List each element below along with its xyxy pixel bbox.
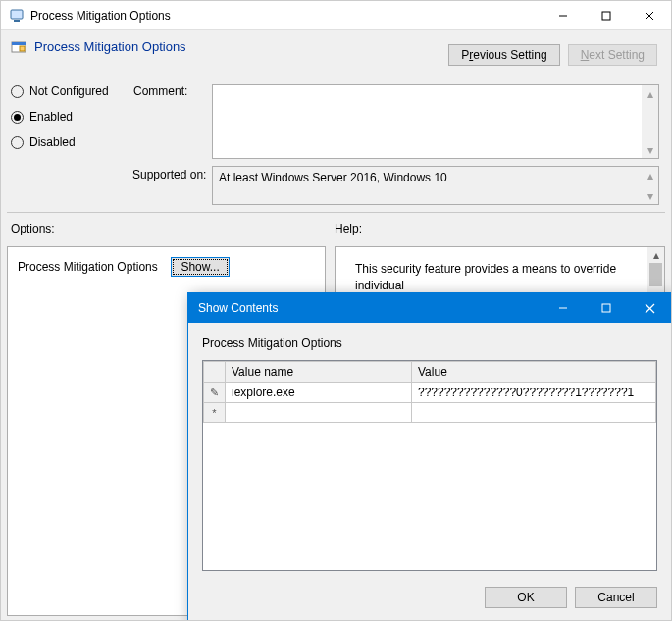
radio-label: Disabled xyxy=(29,135,76,149)
cell-value[interactable]: ???????????????0????????1???????1 xyxy=(412,383,656,403)
help-label: Help: xyxy=(335,222,362,235)
radio-disabled[interactable]: Disabled xyxy=(11,135,109,149)
supported-scrollbar: ▴ ▾ xyxy=(642,167,658,204)
comment-scrollbar[interactable]: ▴ ▾ xyxy=(642,85,658,158)
dialog-maximize-button[interactable] xyxy=(585,293,628,323)
dialog-subtitle: Process Mitigation Options xyxy=(202,336,657,350)
show-button[interactable]: Show... xyxy=(171,257,230,277)
supported-on-text: At least Windows Server 2016, Windows 10 xyxy=(213,167,642,204)
policy-icon xyxy=(11,38,26,54)
window-titlebar: Process Mitigation Options xyxy=(1,1,671,30)
radio-label: Enabled xyxy=(29,110,73,124)
row-marker: ✎ xyxy=(204,383,226,403)
grid-corner xyxy=(204,362,226,383)
svg-rect-1 xyxy=(14,20,20,22)
divider xyxy=(7,212,665,213)
maximize-button[interactable] xyxy=(585,1,628,29)
ok-button[interactable]: OK xyxy=(485,587,567,608)
svg-rect-0 xyxy=(11,10,23,19)
radio-icon xyxy=(11,85,24,98)
next-setting-button[interactable]: Next Setting xyxy=(568,44,657,66)
scrollbar-thumb[interactable] xyxy=(649,263,662,286)
options-label: Options: xyxy=(11,222,55,235)
svg-rect-8 xyxy=(20,46,25,51)
dialog-close-button[interactable] xyxy=(628,293,671,323)
supported-label: Supported on: xyxy=(132,168,206,181)
col-value-name[interactable]: Value name xyxy=(226,362,412,383)
svg-rect-10 xyxy=(602,304,610,312)
svg-rect-7 xyxy=(12,42,26,45)
cell-value-name[interactable] xyxy=(226,403,412,423)
col-value[interactable]: Value xyxy=(412,362,656,383)
radio-enabled[interactable]: Enabled xyxy=(11,110,109,124)
cell-value-name[interactable]: iexplore.exe xyxy=(226,383,412,403)
dialog-titlebar: Show Contents xyxy=(188,293,671,323)
table-row[interactable]: ✎ iexplore.exe ???????????????0????????1… xyxy=(204,383,656,403)
options-row-label: Process Mitigation Options xyxy=(18,260,158,274)
chevron-up-icon: ▴ xyxy=(647,247,664,263)
previous-setting-button[interactable]: Previous Setting xyxy=(448,44,559,66)
chevron-down-icon: ▾ xyxy=(642,187,658,204)
cell-value[interactable] xyxy=(412,403,656,423)
show-contents-dialog: Show Contents Process Mitigation Options… xyxy=(187,292,672,621)
chevron-down-icon: ▾ xyxy=(642,141,658,158)
radio-icon xyxy=(11,111,24,124)
dialog-minimize-button[interactable] xyxy=(542,293,585,323)
chevron-up-icon: ▴ xyxy=(642,167,658,183)
close-button[interactable] xyxy=(628,1,671,29)
supported-on-box: At least Windows Server 2016, Windows 10… xyxy=(212,166,659,205)
table-row[interactable]: * xyxy=(204,403,656,423)
page-title: Process Mitigation Options xyxy=(34,39,186,54)
window-title: Process Mitigation Options xyxy=(30,9,542,23)
cancel-button[interactable]: Cancel xyxy=(575,587,657,608)
row-marker: * xyxy=(204,403,226,423)
dialog-title: Show Contents xyxy=(188,301,542,315)
values-grid[interactable]: Value name Value ✎ iexplore.exe ????????… xyxy=(202,360,657,571)
radio-not-configured[interactable]: Not Configured xyxy=(11,84,109,98)
minimize-button[interactable] xyxy=(542,1,585,29)
radio-icon xyxy=(11,136,24,149)
app-icon xyxy=(9,8,25,24)
svg-rect-3 xyxy=(602,12,610,20)
radio-label: Not Configured xyxy=(29,84,109,98)
chevron-up-icon: ▴ xyxy=(642,85,658,102)
comment-textarea[interactable]: ▴ ▾ xyxy=(212,84,659,159)
comment-label: Comment: xyxy=(133,84,187,98)
